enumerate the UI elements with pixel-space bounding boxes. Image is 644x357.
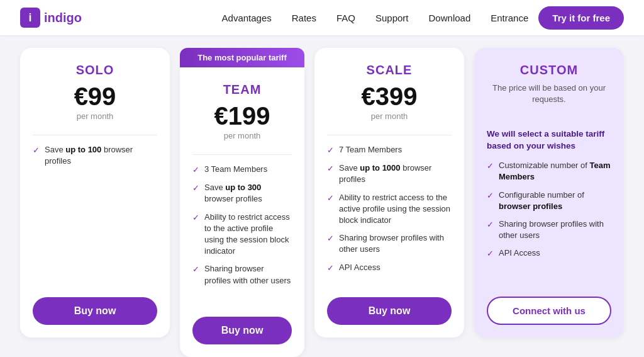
try-free-button[interactable]: Try it for free — [538, 6, 624, 30]
check-icon: ✓ — [33, 145, 40, 156]
check-icon: ✓ — [327, 163, 334, 174]
feature-text: Sharing browser profiles with other user… — [499, 218, 611, 241]
scale-buy-button[interactable]: Buy now — [327, 297, 452, 325]
feature-item: ✓ API Access — [327, 262, 452, 274]
solo-divider — [33, 135, 157, 135]
nav-faq[interactable]: FAQ — [336, 13, 355, 23]
feature-item: ✓ API Access — [487, 247, 611, 259]
feature-item: ✓ Ability to restrict access to the acti… — [327, 192, 452, 227]
plan-solo: SOLO €99 per month ✓ Save up to 100 brow… — [20, 48, 170, 337]
feature-item: ✓ Configurable number of browser profile… — [487, 190, 611, 212]
scale-divider — [327, 135, 452, 135]
feature-item: ✓ Sharing browser profiles with other us… — [487, 218, 611, 241]
feature-item: ✓ 7 Team Members — [327, 144, 452, 156]
logo-icon: i — [20, 8, 40, 28]
check-icon: ✓ — [487, 219, 494, 230]
plan-team: TEAM €199 per month ✓ 3 Team Members ✓ S… — [180, 67, 304, 357]
feature-item: ✓ 3 Team Members — [192, 164, 292, 176]
feature-text: API Access — [339, 262, 380, 273]
check-icon: ✓ — [487, 161, 494, 172]
feature-text: 3 Team Members — [204, 164, 267, 175]
plan-custom: CUSTOM The price will be based on your r… — [474, 48, 624, 337]
plan-team-wrapper: The most popular tariff TEAM €199 per mo… — [180, 48, 304, 357]
team-period: per month — [192, 131, 292, 140]
scale-period: per month — [327, 111, 452, 121]
solo-title: SOLO — [33, 63, 157, 77]
custom-highlight: We will select a suitable tariff based o… — [487, 128, 611, 152]
feature-text: Ability to restrict access to the active… — [339, 192, 452, 227]
feature-item: ✓ Ability to restrict access to the acti… — [192, 212, 292, 258]
feature-item: ✓ Save up to 100 browser profiles — [33, 144, 157, 167]
solo-buy-button[interactable]: Buy now — [33, 297, 157, 325]
custom-features: ✓ Customizable number of Team Members ✓ … — [487, 160, 611, 284]
nav-support[interactable]: Support — [375, 13, 409, 23]
header-actions: Entrance Try it for free — [491, 6, 624, 30]
feature-item: ✓ Sharing browser profiles with other us… — [327, 232, 452, 255]
scale-price: €399 — [327, 82, 452, 110]
custom-divider — [487, 119, 611, 120]
feature-text: Configurable number of browser profiles — [499, 190, 611, 212]
team-price: €199 — [192, 102, 292, 130]
plan-scale: SCALE €399 per month ✓ 7 Team Members ✓ … — [314, 48, 464, 337]
check-icon: ✓ — [327, 193, 334, 204]
check-icon: ✓ — [487, 190, 494, 201]
logo[interactable]: i indigo — [20, 8, 82, 28]
feature-text: Sharing browser profiles with other user… — [204, 263, 292, 286]
feature-text: Customizable number of Team Members — [499, 160, 611, 183]
check-icon: ✓ — [192, 264, 199, 275]
logo-text: indigo — [44, 11, 82, 25]
check-icon: ✓ — [327, 145, 334, 156]
check-icon: ✓ — [487, 248, 494, 259]
feature-text: Save up to 100 browser profiles — [45, 144, 157, 167]
solo-price: €99 — [33, 82, 157, 110]
main-content: SOLO €99 per month ✓ Save up to 100 brow… — [0, 35, 644, 357]
feature-text: 7 Team Members — [339, 144, 402, 156]
check-icon: ✓ — [192, 164, 199, 176]
check-icon: ✓ — [192, 212, 199, 224]
check-icon: ✓ — [327, 263, 334, 274]
check-icon: ✓ — [192, 183, 199, 194]
team-title: TEAM — [192, 82, 292, 97]
nav-rates[interactable]: Rates — [292, 13, 316, 23]
custom-price-note: The price will be based on your requests… — [487, 82, 611, 105]
feature-text: Sharing browser profiles with other user… — [339, 232, 452, 255]
team-features: ✓ 3 Team Members ✓ Save up to 300 browse… — [192, 164, 292, 304]
connect-button[interactable]: Connect with us — [487, 297, 611, 325]
scale-features: ✓ 7 Team Members ✓ Save up to 1000 brows… — [327, 144, 452, 285]
team-buy-button[interactable]: Buy now — [192, 317, 292, 344]
pricing-cards: SOLO €99 per month ✓ Save up to 100 brow… — [20, 48, 624, 357]
custom-title: CUSTOM — [487, 63, 611, 77]
team-divider — [192, 154, 292, 155]
scale-title: SCALE — [327, 63, 452, 77]
feature-text: Ability to restrict access to the active… — [204, 212, 292, 258]
feature-item: ✓ Customizable number of Team Members — [487, 160, 611, 183]
feature-text: Save up to 300 browser profiles — [204, 182, 292, 205]
check-icon: ✓ — [327, 233, 334, 244]
feature-text: API Access — [499, 247, 540, 259]
popular-banner: The most popular tariff — [180, 48, 304, 67]
main-nav: Advantages Rates FAQ Support Download — [222, 13, 471, 23]
feature-item: ✓ Sharing browser profiles with other us… — [192, 263, 292, 286]
solo-features: ✓ Save up to 100 browser profiles — [33, 144, 157, 285]
solo-period: per month — [33, 111, 157, 121]
entrance-button[interactable]: Entrance — [491, 13, 528, 23]
nav-download[interactable]: Download — [429, 13, 471, 23]
feature-text: Save up to 1000 browser profiles — [339, 162, 452, 185]
feature-item: ✓ Save up to 300 browser profiles — [192, 182, 292, 205]
feature-item: ✓ Save up to 1000 browser profiles — [327, 162, 452, 185]
nav-advantages[interactable]: Advantages — [222, 13, 272, 23]
